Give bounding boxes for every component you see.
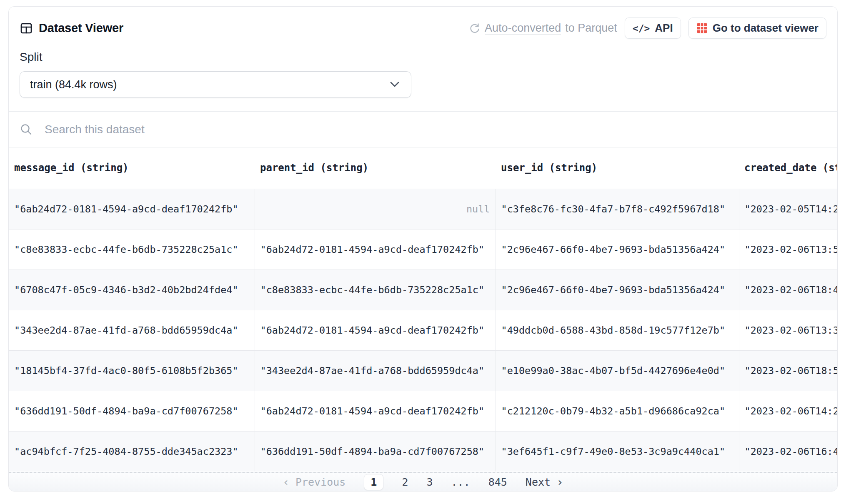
- table-cell: "343ee2d4-87ae-41fd-a768-bdd65959dc4a": [9, 310, 255, 350]
- code-icon: </>: [633, 23, 650, 34]
- table-cell: "c212120c-0b79-4b32-a5b1-d96686ca92ca": [496, 391, 739, 431]
- chevron-down-icon: [388, 81, 401, 88]
- table-cell: "2023-02-06T13:5: [739, 229, 837, 269]
- table-cell: "18145bf4-37fd-4ac0-80f5-6108b5f2b365": [9, 350, 255, 391]
- table-cell: "2023-02-06T14:2: [739, 391, 837, 431]
- table-cell: "2023-02-05T14:2: [739, 189, 837, 229]
- table-cell: "c8e83833-ecbc-44fe-b6db-735228c25a1c": [255, 269, 496, 310]
- table-cell: "636dd191-50df-4894-ba9a-cd7f00767258": [9, 391, 255, 431]
- table-cell: "343ee2d4-87ae-41fd-a768-bdd65959dc4a": [255, 350, 496, 391]
- page-button-845[interactable]: 845: [488, 476, 507, 488]
- go-to-dataset-viewer-button[interactable]: Go to dataset viewer: [688, 17, 826, 39]
- chevron-right-icon: ›: [556, 475, 563, 489]
- table-header-row: message_id (string) parent_id (string) u…: [9, 147, 837, 189]
- table-cell: "e10e99a0-38ac-4b07-bf5d-4427696e4e0d": [496, 350, 739, 391]
- split-label: Split: [20, 50, 826, 64]
- dataset-viewer-card: Dataset Viewer Auto-converted to Parquet: [8, 6, 838, 492]
- table-cell: "6ab24d72-0181-4594-a9cd-deaf170242fb": [255, 229, 496, 269]
- table-cell: "6ab24d72-0181-4594-a9cd-deaf170242fb": [255, 391, 496, 431]
- table-row: "18145bf4-37fd-4ac0-80f5-6108b5f2b365" "…: [9, 350, 837, 391]
- table-row: "c8e83833-ecbc-44fe-b6db-735228c25a1c" "…: [9, 229, 837, 269]
- split-select-value: train (84.4k rows): [30, 78, 117, 91]
- column-header-created-date: created_date (string): [739, 147, 837, 189]
- previous-label: Previous: [295, 476, 345, 488]
- api-button[interactable]: </> API: [625, 17, 681, 39]
- table-cell: "3ef645f1-c9f7-49e0-8e53-3c9a9c440ca1": [496, 431, 739, 472]
- table-cell: "c3fe8c76-fc30-4fa7-b7f8-c492f5967d18": [496, 189, 739, 229]
- table-row: "6708c47f-05c9-4346-b3d2-40b2bd24fde4" "…: [9, 269, 837, 310]
- auto-converted-link[interactable]: Auto-converted to Parquet: [469, 22, 617, 35]
- table-cell: "2023-02-06T18:5: [739, 350, 837, 391]
- table-cell: "2023-02-06T16:4: [739, 431, 837, 472]
- table-row: "636dd191-50df-4894-ba9a-cd7f00767258" "…: [9, 391, 837, 431]
- pagination: ‹ Previous 1 2 3 ... 845 Next ›: [283, 474, 563, 490]
- go-to-dataset-viewer-label: Go to dataset viewer: [713, 22, 818, 35]
- api-button-label: API: [655, 22, 673, 35]
- page-button-2[interactable]: 2: [402, 476, 408, 488]
- column-header-user-id: user_id (string): [496, 147, 739, 189]
- table-cell: "6708c47f-05c9-4346-b3d2-40b2bd24fde4": [9, 269, 255, 310]
- table-cell: "2023-02-06T13:3: [739, 310, 837, 350]
- next-page-button[interactable]: Next ›: [526, 475, 563, 489]
- data-table-wrap: message_id (string) parent_id (string) u…: [9, 147, 837, 472]
- table-icon: [20, 22, 33, 35]
- table-cell: "ac94bfcf-7f25-4084-8755-dde345ac2323": [9, 431, 255, 472]
- table-cell-null: null: [255, 189, 496, 229]
- table-cell: "636dd191-50df-4894-ba9a-cd7f00767258": [255, 431, 496, 472]
- table-footer: ‹ Previous 1 2 3 ... 845 Next ›: [9, 472, 837, 491]
- page-title-text: Dataset Viewer: [39, 21, 123, 35]
- header-actions: Auto-converted to Parquet </> API: [469, 17, 826, 39]
- card-header: Dataset Viewer Auto-converted to Parquet: [9, 7, 837, 111]
- page-title: Dataset Viewer: [20, 21, 123, 35]
- table-cell: "6ab24d72-0181-4594-a9cd-deaf170242fb": [9, 189, 255, 229]
- table-row: "6ab24d72-0181-4594-a9cd-deaf170242fb" n…: [9, 189, 837, 229]
- next-label: Next: [526, 476, 551, 488]
- column-header-parent-id: parent_id (string): [255, 147, 496, 189]
- table-row: "ac94bfcf-7f25-4084-8755-dde345ac2323" "…: [9, 431, 837, 472]
- chevron-left-icon: ‹: [283, 475, 290, 489]
- page-button-1-current[interactable]: 1: [364, 474, 383, 490]
- refresh-icon: [469, 22, 481, 34]
- column-header-message-id: message_id (string): [9, 147, 255, 189]
- table-row: "343ee2d4-87ae-41fd-a768-bdd65959dc4a" "…: [9, 310, 837, 350]
- search-input[interactable]: [45, 123, 826, 136]
- table-cell: "2c96e467-66f0-4be7-9693-bda51356a424": [496, 269, 739, 310]
- split-select[interactable]: train (84.4k rows): [20, 71, 411, 98]
- page-ellipsis: ...: [451, 476, 470, 488]
- auto-converted-text: Auto-converted: [485, 22, 561, 35]
- table-cell: "49ddcb0d-6588-43bd-858d-19c577f12e7b": [496, 310, 739, 350]
- page-button-3[interactable]: 3: [426, 476, 433, 488]
- table-cell: "c8e83833-ecbc-44fe-b6db-735228c25a1c": [9, 229, 255, 269]
- search-icon: [20, 123, 33, 136]
- search-bar: [9, 111, 837, 147]
- data-table: message_id (string) parent_id (string) u…: [9, 147, 837, 472]
- previous-page-button[interactable]: ‹ Previous: [283, 475, 345, 489]
- to-parquet-text: to Parquet: [565, 22, 617, 35]
- table-cell: "6ab24d72-0181-4594-a9cd-deaf170242fb": [255, 310, 496, 350]
- table-cell: "2c96e467-66f0-4be7-9693-bda51356a424": [496, 229, 739, 269]
- page: Dataset Viewer Auto-converted to Parquet: [0, 0, 846, 504]
- grid-icon: [696, 22, 708, 34]
- table-cell: "2023-02-06T18:4: [739, 269, 837, 310]
